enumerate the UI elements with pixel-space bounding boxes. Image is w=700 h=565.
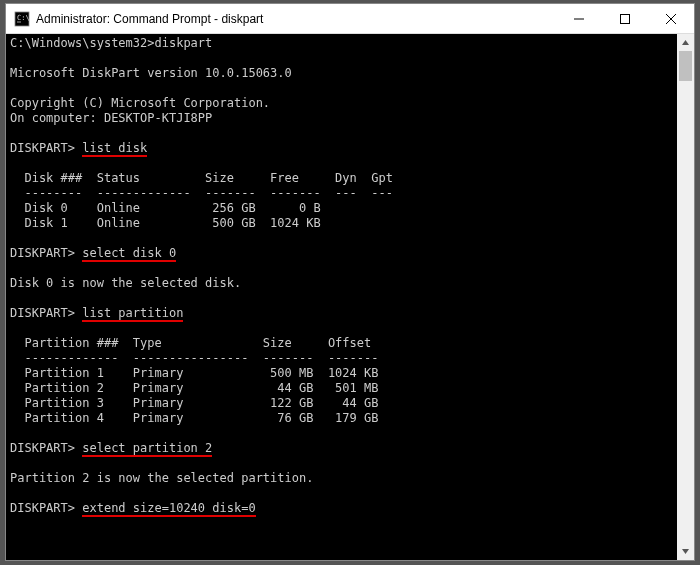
prompt-text: DISKPART> bbox=[10, 246, 82, 260]
partition-table-header: Partition ### Type Size Offset bbox=[10, 336, 371, 350]
blank-line bbox=[10, 426, 17, 440]
app-icon: C:\ bbox=[14, 11, 30, 27]
version-text: Microsoft DiskPart version 10.0.15063.0 bbox=[10, 66, 292, 80]
minimize-button[interactable] bbox=[556, 4, 602, 33]
blank-line bbox=[10, 321, 17, 335]
disk-row: Disk 0 Online 256 GB 0 B bbox=[10, 201, 321, 215]
blank-line bbox=[10, 81, 17, 95]
prompt-text: C:\Windows\system32> bbox=[10, 36, 155, 50]
command-text: diskpart bbox=[155, 36, 213, 50]
computer-text: On computer: DESKTOP-KTJI8PP bbox=[10, 111, 212, 125]
blank-line bbox=[10, 231, 17, 245]
command-extend: extend size=10240 disk=0 bbox=[82, 501, 255, 517]
prompt-text: DISKPART> bbox=[10, 441, 82, 455]
maximize-button[interactable] bbox=[602, 4, 648, 33]
blank-line bbox=[10, 291, 17, 305]
scroll-down-button[interactable] bbox=[677, 543, 694, 560]
blank-line bbox=[10, 126, 17, 140]
blank-line bbox=[10, 486, 17, 500]
command-prompt-window: C:\ Administrator: Command Prompt - disk… bbox=[5, 3, 695, 561]
prompt-text: DISKPART> bbox=[10, 141, 82, 155]
command-select-disk: select disk 0 bbox=[82, 246, 176, 262]
scroll-thumb[interactable] bbox=[679, 51, 692, 81]
partition-table-divider: ------------- ---------------- ------- -… bbox=[10, 351, 378, 365]
command-list-disk: list disk bbox=[82, 141, 147, 157]
scroll-track[interactable] bbox=[677, 51, 694, 543]
vertical-scrollbar[interactable] bbox=[677, 34, 694, 560]
blank-line bbox=[10, 156, 17, 170]
partition-row: Partition 1 Primary 500 MB 1024 KB bbox=[10, 366, 378, 380]
window-title: Administrator: Command Prompt - diskpart bbox=[36, 12, 556, 26]
disk-table-divider: -------- ------------- ------- ------- -… bbox=[10, 186, 393, 200]
window-controls bbox=[556, 4, 694, 33]
result-text: Partition 2 is now the selected partitio… bbox=[10, 471, 313, 485]
titlebar[interactable]: C:\ Administrator: Command Prompt - disk… bbox=[6, 4, 694, 34]
command-select-partition: select partition 2 bbox=[82, 441, 212, 457]
prompt-text: DISKPART> bbox=[10, 501, 82, 515]
blank-line bbox=[10, 51, 17, 65]
partition-row: Partition 4 Primary 76 GB 179 GB bbox=[10, 411, 378, 425]
blank-line bbox=[10, 456, 17, 470]
svg-rect-2 bbox=[621, 14, 630, 23]
client-area: C:\Windows\system32>diskpart Microsoft D… bbox=[6, 34, 694, 560]
prompt-text: DISKPART> bbox=[10, 306, 82, 320]
close-button[interactable] bbox=[648, 4, 694, 33]
svg-text:C:\: C:\ bbox=[17, 14, 30, 22]
blank-line bbox=[10, 261, 17, 275]
result-text: Disk 0 is now the selected disk. bbox=[10, 276, 241, 290]
scroll-up-button[interactable] bbox=[677, 34, 694, 51]
partition-row: Partition 2 Primary 44 GB 501 MB bbox=[10, 381, 378, 395]
disk-row: Disk 1 Online 500 GB 1024 KB bbox=[10, 216, 321, 230]
terminal-output[interactable]: C:\Windows\system32>diskpart Microsoft D… bbox=[6, 34, 677, 560]
disk-table-header: Disk ### Status Size Free Dyn Gpt bbox=[10, 171, 393, 185]
command-list-partition: list partition bbox=[82, 306, 183, 322]
partition-row: Partition 3 Primary 122 GB 44 GB bbox=[10, 396, 378, 410]
copyright-text: Copyright (C) Microsoft Corporation. bbox=[10, 96, 270, 110]
